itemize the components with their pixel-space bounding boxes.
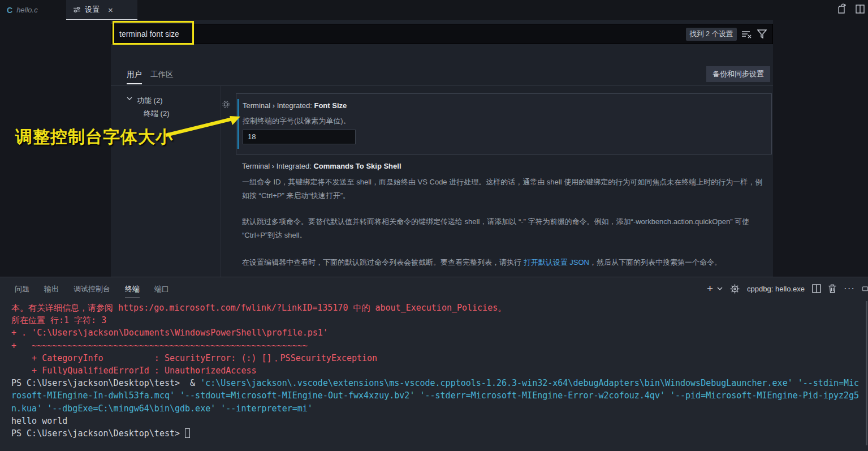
annotation-label: 调整控制台字体大小: [15, 126, 173, 149]
panel-tab-调试控制台[interactable]: 调试控制台: [74, 284, 110, 298]
terminal-scrollbar[interactable]: [866, 301, 867, 445]
terminal-line: + FullyQualifiedErrorId : UnauthorizedAc…: [11, 364, 866, 377]
terminal-text-segment: + ~~~~~~~~~~~~~~~~~~~~~~~~~~~~~~~~~~~~~~…: [11, 341, 308, 351]
open-settings-json-icon[interactable]: [837, 3, 848, 15]
panel-toolbar: + cppdbg: hello.exe: [707, 282, 868, 295]
maximize-panel-icon[interactable]: [862, 284, 868, 293]
clear-filters-icon[interactable]: [741, 29, 752, 38]
debug-session-icon: [730, 284, 740, 294]
editor-actions: [837, 3, 865, 15]
settings-scope-row: 用户 工作区 备份和同步设置: [111, 48, 773, 85]
setting-paragraph-2: 默认跳过多项命令。要替代默认值并转而将相关命令的键绑定传递给 shell，请添加…: [236, 215, 765, 242]
terminal-text-segment: 本。有关详细信息，请参阅 https:/go.microsoft.com/fwl…: [11, 303, 506, 313]
setting-paragraph-3: 在设置编辑器中查看时，下面的默认跳过命令列表会被截断。要查看完整列表，请执行 打…: [236, 256, 765, 269]
settings-toc-tree: 功能 (2) 终端 (2): [111, 86, 221, 120]
bottom-panel: 问题输出调试控制台终端端口 + cppdbg: hello.exe: [0, 277, 868, 451]
terminal-line: hello world: [11, 415, 866, 427]
paragraph-text: 在设置编辑器中查看时，下面的默认跳过命令列表会被截断。要查看完整列表，请执行: [242, 258, 524, 267]
terminal-text-segment: PS C:\Users\jackson\Desktop\test>: [11, 428, 185, 439]
setting-modified-indicator: [237, 99, 239, 149]
terminal-line: + . 'C:\Users\jackson\Documents\WindowsP…: [11, 327, 866, 339]
font-size-input[interactable]: 18: [243, 130, 356, 144]
close-icon[interactable]: ×: [108, 5, 113, 15]
setting-title: Terminal › Integrated: Commands To Skip …: [236, 162, 772, 170]
tab-label: hello.c: [16, 6, 38, 14]
split-editor-icon[interactable]: [856, 3, 865, 15]
terminal-text-segment: + . 'C:\Users\jackson\Documents\WindowsP…: [11, 328, 328, 338]
setting-name: Commands To Skip Shell: [313, 162, 401, 170]
terminal-line: rosoft-MIEngine-In-dwhl53fa.mcq' '--stdo…: [11, 389, 866, 402]
terminal-text-segment: 'c:\Users\jackson\.vscode\extensions\ms-…: [200, 378, 793, 388]
new-terminal-icon[interactable]: +: [707, 282, 713, 295]
settings-sliders-icon: [73, 6, 81, 14]
terminal-output[interactable]: 本。有关详细信息，请参阅 https:/go.microsoft.com/fwl…: [11, 302, 866, 440]
setting-terminal-font-size: Terminal › Integrated: Font Size 控制终端的字号…: [236, 93, 772, 154]
terminal-text-segment: + CategoryInfo : SecurityError: (:) []，P…: [11, 353, 377, 363]
more-actions-icon[interactable]: ···: [844, 283, 855, 294]
search-value: terminal font size: [111, 29, 686, 38]
c-language-icon: C: [7, 6, 12, 15]
setting-name: Font Size: [314, 101, 347, 110]
terminal-line: + ~~~~~~~~~~~~~~~~~~~~~~~~~~~~~~~~~~~~~~…: [11, 340, 866, 352]
scope-tab-workspace[interactable]: 工作区: [150, 70, 174, 80]
terminal-line: PS C:\Users\jackson\Desktop\test>: [11, 427, 866, 440]
terminal-text-segment: 所在位置 行:1 字符: 3: [11, 315, 106, 325]
terminal-line: + CategoryInfo : SecurityError: (:) []，P…: [11, 352, 866, 364]
terminal-line: 所在位置 行:1 字符: 3: [11, 314, 866, 327]
setting-description: 控制终端的字号(以像素为单位)。: [236, 110, 771, 128]
terminal-text-segment: + FullyQualifiedErrorId : UnauthorizedAc…: [11, 366, 256, 376]
split-terminal-icon[interactable]: [812, 284, 821, 293]
panel-tab-端口[interactable]: 端口: [154, 284, 169, 298]
terminal-text-segment: rosoft-MIEngine-In-dwhl53fa.mcq' '--stdo…: [11, 390, 859, 401]
panel-header: 问题输出调试控制台终端端口 + cppdbg: hello.exe: [0, 277, 868, 300]
terminal-session-label[interactable]: cppdbg: hello.exe: [747, 285, 805, 293]
settings-body: 功能 (2) 终端 (2) Term: [111, 86, 773, 277]
editor-tab-bar: C hello.c 设置 ×: [0, 0, 868, 20]
panel-tab-输出[interactable]: 输出: [44, 284, 59, 298]
scope-tab-user[interactable]: 用户: [127, 70, 142, 80]
terminal-text-segment: n.kua' '--dbgExe=C:\mingw64\bin\gdb.exe'…: [11, 403, 313, 414]
terminal-line: PS C:\Users\jackson\Desktop\test> & 'c:\…: [11, 377, 866, 389]
setting-title: Terminal › Integrated: Font Size: [236, 94, 771, 110]
toc-label: 终端 (2): [144, 107, 170, 120]
settings-content: terminal font size 找到 2 个设置 用户 工作区 备份和同步…: [111, 20, 773, 277]
settings-list: Terminal › Integrated: Font Size 控制终端的字号…: [236, 86, 772, 298]
open-default-settings-json-link[interactable]: 打开默认设置 JSON: [524, 258, 589, 267]
terminal-text-segment: [793, 378, 798, 388]
filter-icon[interactable]: [757, 29, 767, 38]
tab-settings[interactable]: 设置 ×: [66, 0, 137, 20]
backup-sync-settings-button[interactable]: 备份和同步设置: [706, 66, 770, 82]
chevron-down-icon: [127, 96, 132, 101]
terminal-text-segment: '--stdin=Mic: [798, 378, 859, 388]
trash-icon[interactable]: [828, 284, 836, 293]
terminal-text-segment: PS C:\Users\jackson\Desktop\test> &: [11, 378, 200, 388]
terminal-cursor: [185, 428, 190, 438]
results-count-badge: 找到 2 个设置: [686, 28, 737, 41]
terminal-dropdown-chevron-icon[interactable]: [717, 286, 723, 291]
paragraph-text: ，然后从下面的列表中搜索第一个命令。: [589, 258, 722, 267]
toc-item-terminal[interactable]: 终端 (2): [111, 107, 221, 120]
toc-item-features[interactable]: 功能 (2): [111, 94, 221, 107]
terminal-line: n.kua' '--dbgExe=C:\mingw64\bin\gdb.exe'…: [11, 402, 866, 415]
panel-tab-问题[interactable]: 问题: [15, 284, 29, 298]
vscode-window: C hello.c 设置 ×: [0, 0, 868, 451]
panel-tab-终端[interactable]: 终端: [125, 284, 140, 298]
setting-paragraph-1: 一组命令 ID，其键绑定将不发送至 shell，而是始终由 VS Code 进行…: [236, 175, 765, 203]
terminal-line: 本。有关详细信息，请参阅 https:/go.microsoft.com/fwl…: [11, 302, 866, 314]
toc-label: 功能 (2): [137, 94, 163, 107]
toc-sash[interactable]: [221, 86, 221, 277]
settings-search-input[interactable]: terminal font size 找到 2 个设置: [111, 24, 773, 44]
gear-icon[interactable]: [222, 100, 230, 109]
tab-hello-c[interactable]: C hello.c: [0, 0, 66, 20]
tab-label: 设置: [85, 5, 100, 15]
setting-category: Terminal › Integrated:: [242, 162, 313, 170]
setting-category: Terminal › Integrated:: [243, 101, 314, 110]
terminal-text-segment: hello world: [11, 416, 67, 426]
